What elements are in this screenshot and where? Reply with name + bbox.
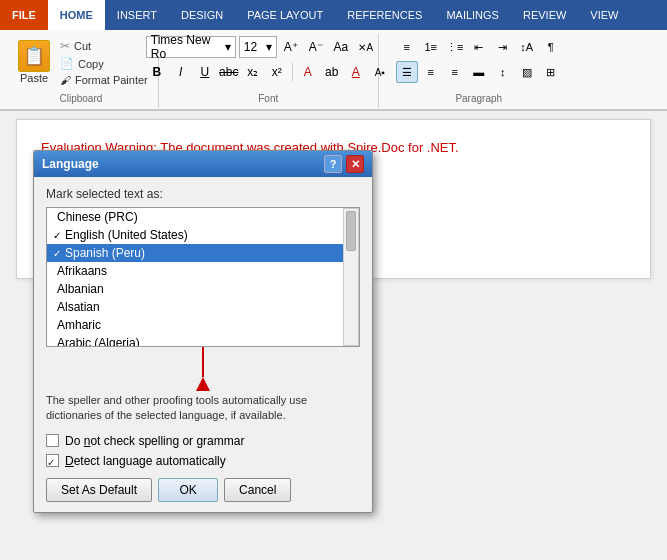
font-size-dropdown-icon: ▾ [266,40,272,54]
lang-english-us-icon: ✓ [53,230,61,241]
font-group-content: Times New Ro ▾ 12 ▾ A⁺ A⁻ Aa ✕A B I U [146,36,391,91]
increase-font-size-button[interactable]: A⁺ [280,36,302,58]
tab-home[interactable]: HOME [48,0,105,30]
ok-button[interactable]: OK [158,478,218,502]
clear-format-button[interactable]: ✕A [355,36,377,58]
font-row2: B I U abc x₂ x² A ab A A▪ [146,61,391,83]
language-list-scrollbar[interactable] [343,208,359,346]
show-formatting-button[interactable]: ¶ [540,36,562,58]
font-group: Times New Ro ▾ 12 ▾ A⁺ A⁻ Aa ✕A B I U [159,34,379,108]
tab-review[interactable]: REVIEW [511,0,578,30]
paste-button[interactable]: 📋 Paste [12,36,56,88]
clipboard-group-label: Clipboard [12,91,150,106]
change-case-button[interactable]: Aa [330,36,352,58]
sort-button[interactable]: ↕A [516,36,538,58]
align-right-button[interactable]: ≡ [444,61,466,83]
line-spacing-button[interactable]: ↕ [492,61,514,83]
dialog-title: Language [42,157,99,171]
tab-references[interactable]: REFERENCES [335,0,434,30]
strikethrough-button[interactable]: abc [218,61,240,83]
dialog-buttons: Set As Default OK Cancel [46,478,360,502]
font-name-selector[interactable]: Times New Ro ▾ [146,36,236,58]
text-effect-button[interactable]: A [297,61,319,83]
copy-button[interactable]: 📄 Copy [58,56,150,71]
subscript-button[interactable]: x₂ [242,61,264,83]
increase-indent-button[interactable]: ⇥ [492,36,514,58]
tab-mailings[interactable]: MAILINGS [434,0,511,30]
checkbox-check-mark: ✓ [47,457,55,468]
no-check-spelling-label: Do not check spelling or grammar [65,434,244,448]
paste-label: Paste [20,72,48,84]
arrow-line [202,347,204,377]
tab-view[interactable]: VIEW [578,0,630,30]
lang-arabic-algeria[interactable]: Arabic (Algeria) [47,334,359,347]
underline-button[interactable]: U [194,61,216,83]
dialog-title-bar: Language ? ✕ [34,151,372,177]
detect-language-label: Detect language automatically [65,454,226,468]
paragraph-group-label: Paragraph [387,91,571,106]
align-left-button[interactable]: ☰ [396,61,418,83]
lang-english-us[interactable]: ✓ English (United States) [47,226,359,244]
bullets-button[interactable]: ≡ [396,36,418,58]
borders-button[interactable]: ⊞ [540,61,562,83]
tab-page-layout[interactable]: PAGE LAYOUT [235,0,335,30]
ribbon-content: 📋 Paste ✂ Cut 📄 Copy 🖌 Format Pai [0,30,667,110]
set-as-default-button[interactable]: Set As Default [46,478,152,502]
decrease-font-size-button[interactable]: A⁻ [305,36,327,58]
numbering-button[interactable]: 1≡ [420,36,442,58]
dialog-help-button[interactable]: ? [324,155,342,173]
paragraph-row2: ☰ ≡ ≡ ▬ ↕ ▨ ⊞ [396,61,562,83]
scroll-thumb[interactable] [346,211,356,251]
no-check-spelling-row: Do not check spelling or grammar [46,434,360,448]
ribbon: FILE HOME INSERT DESIGN PAGE LAYOUT REFE… [0,0,667,111]
language-list[interactable]: Chinese (PRC) ✓ English (United States) … [46,207,360,347]
dialog-title-controls: ? ✕ [324,155,364,173]
justify-button[interactable]: ▬ [468,61,490,83]
red-arrow-indicator [46,347,360,397]
lang-afrikaans[interactable]: Afrikaans [47,262,359,280]
tab-insert[interactable]: INSERT [105,0,169,30]
format-painter-icon: 🖌 [60,74,71,86]
no-check-spelling-checkbox[interactable] [46,434,59,447]
dialog-body: Mark selected text as: Chinese (PRC) ✓ E… [34,177,372,512]
main-content: Evaluation Warning: The document was cre… [0,119,667,560]
paragraph-group: ≡ 1≡ ⋮≡ ⇤ ⇥ ↕A ¶ ☰ ≡ ≡ ▬ ↕ ▨ ⊞ [379,34,579,108]
lang-spanish-peru[interactable]: ✓ Spanish (Peru) [47,244,359,262]
lang-chinese-prc[interactable]: Chinese (PRC) [47,208,359,226]
lang-albanian[interactable]: Albanian [47,280,359,298]
mark-label: Mark selected text as: [46,187,360,201]
font-row1: Times New Ro ▾ 12 ▾ A⁺ A⁻ Aa ✕A [146,36,377,58]
dialog-close-button[interactable]: ✕ [346,155,364,173]
ribbon-tab-bar: FILE HOME INSERT DESIGN PAGE LAYOUT REFE… [0,0,667,30]
multilevel-list-button[interactable]: ⋮≡ [444,36,466,58]
shading-para-button[interactable]: ▨ [516,61,538,83]
dialog-description: The speller and other proofing tools aut… [46,393,360,424]
font-size-selector[interactable]: 12 ▾ [239,36,277,58]
format-painter-button[interactable]: 🖌 Format Painter [58,73,150,87]
lang-alsatian[interactable]: Alsatian [47,298,359,316]
cut-icon: ✂ [60,39,70,53]
text-highlight-button[interactable]: ab [321,61,343,83]
document-area: Evaluation Warning: The document was cre… [16,119,651,279]
lang-amharic[interactable]: Amharic [47,316,359,334]
italic-button[interactable]: I [170,61,192,83]
font-name-dropdown-icon: ▾ [225,40,231,54]
align-center-button[interactable]: ≡ [420,61,442,83]
font-group-label: Font [167,91,370,106]
clipboard-group: 📋 Paste ✂ Cut 📄 Copy 🖌 Format Pai [4,34,159,108]
cut-button[interactable]: ✂ Cut [58,38,150,54]
detect-language-checkbox[interactable]: ✓ [46,454,59,467]
font-color-button[interactable]: A [345,61,367,83]
paragraph-row1: ≡ 1≡ ⋮≡ ⇤ ⇥ ↕A ¶ [396,36,562,58]
lang-spanish-peru-icon: ✓ [53,248,61,259]
tab-file[interactable]: FILE [0,0,48,30]
decrease-indent-button[interactable]: ⇤ [468,36,490,58]
tab-design[interactable]: DESIGN [169,0,235,30]
font-divider [292,63,293,81]
cancel-button[interactable]: Cancel [224,478,291,502]
paragraph-group-content: ≡ 1≡ ⋮≡ ⇤ ⇥ ↕A ¶ ☰ ≡ ≡ ▬ ↕ ▨ ⊞ [396,36,562,91]
bold-button[interactable]: B [146,61,168,83]
superscript-button[interactable]: x² [266,61,288,83]
detect-language-row: ✓ Detect language automatically [46,454,360,468]
language-dialog: Language ? ✕ Mark selected text as: Chin… [33,150,373,513]
